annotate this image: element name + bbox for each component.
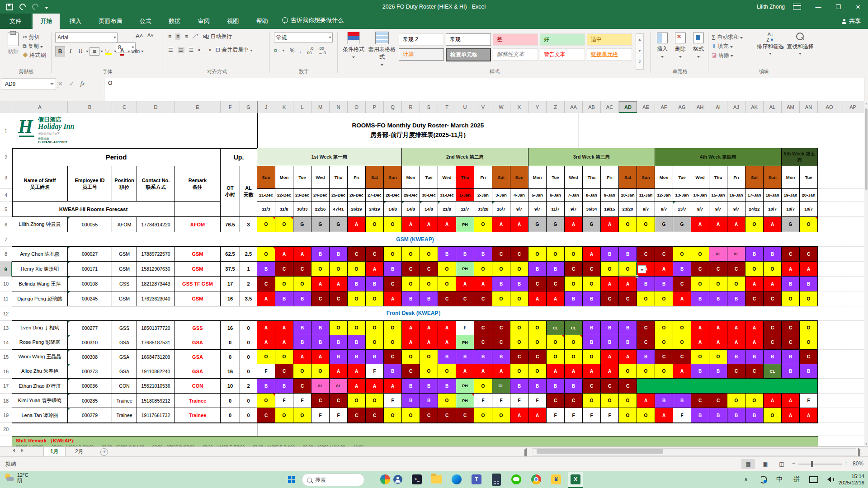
validation-dropdown-button[interactable] [638, 265, 646, 273]
shift-cell[interactable]: C [420, 262, 438, 277]
zoom-out-button[interactable]: − [792, 460, 795, 466]
shift-cell[interactable]: A [601, 217, 619, 232]
shift-cell[interactable]: A [655, 408, 673, 423]
shift-cell[interactable]: O [565, 277, 583, 291]
shift-cell[interactable]: F [547, 408, 565, 423]
shift-cell[interactable]: O [601, 262, 619, 277]
paste-button[interactable]: 粘贴 [5, 33, 21, 61]
shift-cell[interactable]: B [800, 364, 818, 379]
tab-home[interactable]: 开始 [33, 14, 60, 29]
align-left-icon[interactable]: ☰ [168, 47, 173, 53]
cell-style-chip[interactable]: 计算 [399, 48, 444, 61]
decrease-decimal-icon[interactable]: .00→.0 [318, 46, 326, 55]
comma-icon[interactable]: , [299, 47, 301, 54]
shift-cell[interactable]: B [420, 379, 438, 394]
row-header-7[interactable]: 7 [0, 232, 12, 247]
shift-cell[interactable]: PH [456, 379, 474, 394]
shift-cell[interactable]: O [257, 217, 275, 232]
shift-cell[interactable]: O [438, 277, 456, 291]
shift-cell[interactable]: A [745, 335, 764, 350]
shift-cell[interactable]: F [800, 394, 818, 408]
shift-cell[interactable]: O [510, 364, 528, 379]
shift-cell[interactable]: B [619, 335, 637, 350]
shift-cell[interactable]: O [528, 364, 547, 379]
shift-cell[interactable]: O [492, 291, 510, 306]
tell-me-box[interactable]: 告诉我你想要做什么 [282, 16, 344, 24]
tab-formulas[interactable]: 公式 [132, 14, 159, 29]
shift-cell[interactable]: C [384, 350, 402, 364]
vertical-scroll-thumb[interactable] [865, 108, 868, 190]
shift-cell[interactable]: A [727, 321, 745, 335]
zoom-slider-thumb[interactable] [811, 461, 813, 467]
horizontal-scroll-thumb[interactable] [537, 449, 663, 454]
shift-cell[interactable]: C [691, 394, 709, 408]
shift-cell[interactable]: O [655, 321, 673, 335]
shift-cell[interactable]: B [745, 350, 764, 364]
align-bottom-icon[interactable]: ≡ [185, 33, 188, 40]
shift-cell[interactable]: F [275, 394, 293, 408]
shift-cell[interactable]: G [673, 217, 691, 232]
shift-cell[interactable]: C [275, 262, 293, 277]
shift-cell[interactable]: F [474, 394, 492, 408]
column-header-N[interactable]: N [330, 101, 348, 113]
column-header-AI[interactable]: AI [709, 101, 727, 113]
shift-cell[interactable]: G [782, 217, 800, 232]
delete-cells-button[interactable]: ✕ 删除 [672, 33, 689, 59]
restore-button[interactable]: ❐ [828, 0, 848, 14]
shift-cell[interactable]: C [510, 247, 528, 262]
shift-cell[interactable]: A [673, 291, 691, 306]
shift-cell[interactable]: A [547, 364, 565, 379]
shift-cell[interactable]: C [583, 262, 601, 277]
file-explorer-icon[interactable] [430, 473, 443, 486]
shift-cell[interactable]: A [601, 350, 619, 364]
shift-cell[interactable]: B [565, 379, 583, 394]
shift-cell[interactable]: C [583, 379, 601, 394]
shift-cell[interactable]: A [782, 408, 800, 423]
shift-cell[interactable]: F [510, 394, 528, 408]
shift-cell[interactable]: B [293, 321, 311, 335]
shift-cell[interactable]: B [547, 379, 565, 394]
shift-cell[interactable]: B [311, 321, 330, 335]
row-header-14[interactable]: 14 [0, 335, 12, 350]
shift-cell[interactable]: C [782, 335, 800, 350]
column-header-C[interactable]: C [112, 101, 137, 113]
hscroll-right-icon[interactable] [858, 450, 860, 456]
shift-cell[interactable]: A [691, 217, 709, 232]
shift-cell[interactable]: AL [727, 247, 745, 262]
column-header-AB[interactable]: AB [583, 101, 601, 113]
shift-cell[interactable]: O [583, 394, 601, 408]
shift-cell[interactable]: C [348, 247, 366, 262]
shift-cell[interactable]: O [619, 408, 637, 423]
shift-cell[interactable]: O [402, 408, 420, 423]
shift-cell[interactable]: O [800, 321, 818, 335]
shift-cell[interactable]: C [492, 335, 510, 350]
shift-cell[interactable]: C [637, 335, 655, 350]
shift-cell[interactable]: B [800, 277, 818, 291]
column-header-T[interactable]: T [438, 101, 456, 113]
shift-cell[interactable]: C [528, 277, 547, 291]
shift-cell[interactable]: B [402, 291, 420, 306]
shift-cell[interactable]: C [655, 247, 673, 262]
column-header-V[interactable]: V [474, 101, 492, 113]
orientation-icon[interactable]: ⟋⁺ [193, 33, 198, 40]
shift-cell[interactable]: C [492, 247, 510, 262]
cell-style-chip[interactable]: 适中 [587, 33, 632, 46]
shift-cell[interactable]: A [637, 394, 655, 408]
row-header-11[interactable]: 11 [0, 291, 12, 306]
shift-cell[interactable]: O [673, 321, 691, 335]
shift-cell[interactable]: B [528, 379, 547, 394]
shift-cell[interactable]: O [311, 364, 330, 379]
shift-cell[interactable]: B [655, 394, 673, 408]
tray-network-icon[interactable] [807, 473, 820, 486]
shift-cell[interactable]: O [583, 277, 601, 291]
shift-cell[interactable]: O [366, 394, 384, 408]
row-header-4[interactable]: 4 [0, 189, 12, 202]
shift-cell[interactable]: A [420, 217, 438, 232]
shift-cell[interactable]: C [438, 408, 456, 423]
shift-cell[interactable]: O [745, 262, 764, 277]
shift-cell[interactable]: C [800, 247, 818, 262]
shift-cell[interactable]: B [384, 364, 402, 379]
tab-view[interactable]: 视图 [219, 14, 246, 29]
shift-cell[interactable]: B [601, 247, 619, 262]
zoom-slider[interactable] [798, 464, 842, 465]
